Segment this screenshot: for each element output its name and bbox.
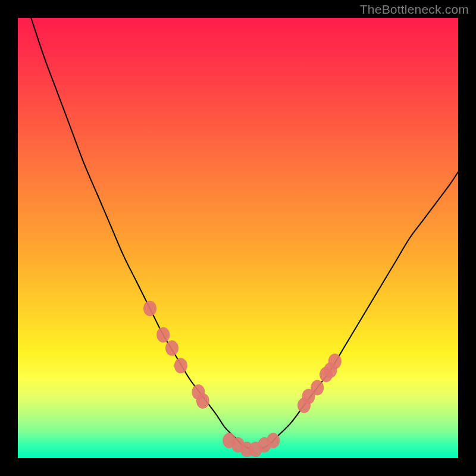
chart-frame: TheBottleneck.com: [0, 0, 476, 476]
right-curve: [260, 172, 458, 449]
data-marker: [174, 358, 187, 374]
data-marker: [311, 380, 324, 396]
data-marker: [196, 393, 209, 409]
watermark-text: TheBottleneck.com: [360, 2, 469, 17]
data-marker: [267, 433, 280, 448]
markers-group: [143, 300, 342, 457]
data-marker: [143, 300, 156, 316]
chart-svg: [18, 18, 458, 458]
plot-area: [18, 18, 458, 458]
data-marker: [156, 327, 170, 343]
data-marker: [328, 353, 342, 369]
left-curve: [31, 18, 251, 449]
data-marker: [165, 340, 178, 356]
